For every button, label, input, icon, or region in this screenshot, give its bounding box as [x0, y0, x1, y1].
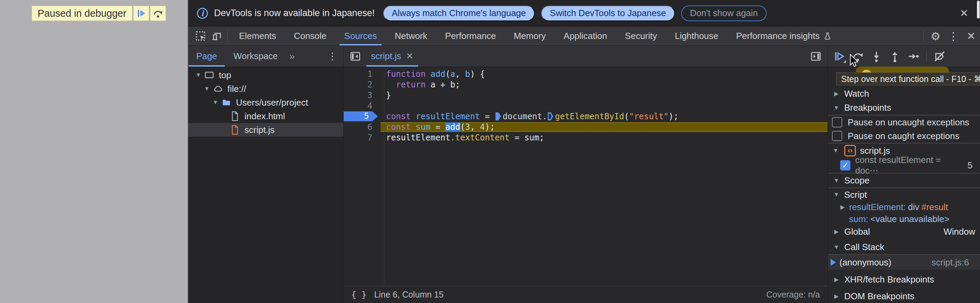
step-over-tooltip: Step over next function call - F10 - ⌘ ': [836, 72, 980, 86]
expander-icon[interactable]: ▼: [211, 99, 220, 106]
device-toolbar-icon[interactable]: [208, 27, 224, 46]
line-number[interactable]: 1: [344, 69, 380, 79]
code-line-7[interactable]: 7resultElement.textContent = sum;: [344, 132, 827, 143]
resume-script-button[interactable]: [134, 6, 149, 21]
section-watch[interactable]: ▶Watch: [828, 87, 980, 101]
code-line-2[interactable]: 2 return a + b;: [344, 79, 827, 90]
cursor-position-label: Line 6, Column 15: [374, 290, 444, 300]
call-stack-frame[interactable]: (anonymous)script.js:6: [828, 255, 980, 270]
tab-sources[interactable]: Sources: [336, 27, 386, 46]
token: );: [485, 122, 495, 132]
code-editor[interactable]: 1function add(a, b) {2 return a + b;3}45…: [344, 67, 827, 286]
section-breakpoints[interactable]: ▼Breakpoints: [828, 101, 980, 115]
file-js-icon: [229, 125, 241, 135]
editor-tab-close-icon[interactable]: ✕: [406, 51, 414, 62]
tab-elements[interactable]: Elements: [230, 27, 285, 46]
tab-label: Performance: [445, 31, 496, 41]
tab-workspace[interactable]: Workspace: [225, 46, 286, 67]
tab-performance[interactable]: Performance: [436, 27, 505, 46]
tree-item-top[interactable]: ▼top: [188, 68, 343, 82]
scope-global-group[interactable]: ▶GlobalWindow: [828, 225, 980, 238]
step-over-icon: [153, 8, 164, 19]
token: getElementById: [555, 112, 624, 121]
expander-icon[interactable]: ▶: [838, 204, 847, 211]
tree-item-label: top: [219, 70, 231, 81]
more-tabs-icon[interactable]: »: [286, 51, 298, 62]
expander-icon[interactable]: ▼: [194, 72, 203, 79]
scope-variable-resultelement[interactable]: ▶resultElement: div#result: [828, 201, 980, 213]
tab-network[interactable]: Network: [386, 27, 436, 46]
code-line-4[interactable]: 4: [344, 100, 827, 111]
token: ,: [455, 69, 465, 79]
scope-variable-sum[interactable]: sum: <value unavailable>: [828, 213, 980, 225]
deactivate-breakpoints-button[interactable]: [931, 48, 948, 65]
breakpoint-entry[interactable]: ✓const resultElement = doc⋯5: [828, 158, 980, 173]
section-xhr-fetch-breakpoints[interactable]: ▶XHR/fetch Breakpoints: [828, 273, 980, 287]
line-number[interactable]: 6: [344, 122, 380, 132]
code-line-1[interactable]: 1function add(a, b) {: [344, 69, 827, 79]
step-out-button[interactable]: [886, 48, 904, 65]
expander-icon[interactable]: ▼: [202, 86, 212, 92]
tab-console[interactable]: Console: [285, 27, 335, 46]
resume-button[interactable]: [830, 48, 848, 65]
scope-script-group[interactable]: ▼Script: [828, 188, 980, 201]
token: a: [450, 69, 455, 79]
tab-memory[interactable]: Memory: [505, 27, 555, 46]
code-line-6[interactable]: 6const sum = add(3, 4);: [344, 122, 827, 132]
screenshot-stage: Paused in debugger i DevTools is now ava…: [0, 0, 980, 303]
tree-item-users-user-project[interactable]: ▼Users/user/project: [188, 96, 343, 109]
tree-item-file[interactable]: ▼file://: [188, 82, 343, 96]
checkbox-row-pause-on-caught-exceptions[interactable]: Pause on caught exceptions: [828, 129, 980, 143]
infobar-close-icon[interactable]: ✕: [957, 7, 971, 20]
collapse-debugger-sidebar-icon[interactable]: [808, 50, 824, 62]
tab-application[interactable]: Application: [555, 27, 616, 46]
settings-gear-icon[interactable]: ⚙: [927, 27, 945, 46]
pretty-print-icon[interactable]: { }: [351, 290, 367, 300]
scope-group-label: Script: [844, 190, 867, 200]
step-into-button[interactable]: [867, 48, 885, 65]
checkbox[interactable]: [832, 131, 842, 141]
folder-icon: [220, 97, 232, 108]
tab-performance-insights[interactable]: Performance insights: [727, 27, 841, 46]
breakpoint-checkbox[interactable]: ✓: [840, 160, 850, 170]
step-out-icon: [889, 50, 901, 62]
code-text: resultElement.textContent = sum;: [380, 133, 827, 143]
line-number[interactable]: 3: [344, 90, 380, 100]
line-number[interactable]: 4: [344, 101, 380, 111]
checkbox-label: Pause on caught exceptions: [848, 131, 959, 141]
devtools-menu-icon[interactable]: ⋮: [945, 27, 962, 46]
line-number[interactable]: 7: [344, 133, 380, 143]
breakpoint-marker[interactable]: 5: [344, 111, 378, 121]
always-match-language-button[interactable]: Always match Chrome's language: [383, 5, 535, 21]
resume-icon: [136, 8, 146, 19]
tree-item-index-html[interactable]: index.html: [188, 109, 343, 123]
switch-to-japanese-button[interactable]: Switch DevTools to Japanese: [541, 5, 675, 21]
inline-breakpoint-candidate-icon[interactable]: [548, 113, 553, 121]
token: (: [460, 122, 465, 132]
tab-security[interactable]: Security: [616, 27, 666, 46]
collapse-navigator-icon[interactable]: [347, 50, 363, 62]
checkbox[interactable]: [832, 117, 842, 127]
section-call-stack[interactable]: ▼Call Stack: [828, 240, 980, 254]
tab-lighthouse[interactable]: Lighthouse: [666, 27, 727, 46]
code-text: const sum = add(3, 4);: [380, 122, 827, 132]
token: const: [386, 122, 416, 132]
code-line-5[interactable]: 5const resultElement = document.getEleme…: [344, 111, 827, 122]
step-button[interactable]: [904, 48, 922, 65]
line-number[interactable]: 2: [344, 80, 380, 89]
tree-item-script-js[interactable]: script.js: [188, 123, 343, 136]
code-line-3[interactable]: 3}: [344, 90, 827, 100]
tab-page[interactable]: Page: [188, 46, 225, 67]
inline-breakpoint-set-icon[interactable]: [495, 113, 501, 121]
section-dom-breakpoints[interactable]: ▶DOM Breakpoints: [828, 289, 980, 303]
checkbox-row-pause-on-uncaught-exceptions[interactable]: Pause on uncaught exceptions: [828, 116, 980, 129]
inspect-element-icon[interactable]: [193, 27, 208, 46]
frame-location: script.js:6: [931, 257, 980, 268]
token: ) {: [470, 69, 485, 79]
editor-tab-script-js[interactable]: script.js ✕: [363, 46, 421, 67]
step-over-overlay-button[interactable]: [150, 6, 166, 21]
navigator-menu-icon[interactable]: ⋮: [321, 51, 343, 62]
devtools-close-icon[interactable]: ✕: [962, 27, 980, 46]
long-press-corner: [843, 60, 846, 63]
dont-show-again-button[interactable]: Don't show again: [681, 5, 767, 21]
